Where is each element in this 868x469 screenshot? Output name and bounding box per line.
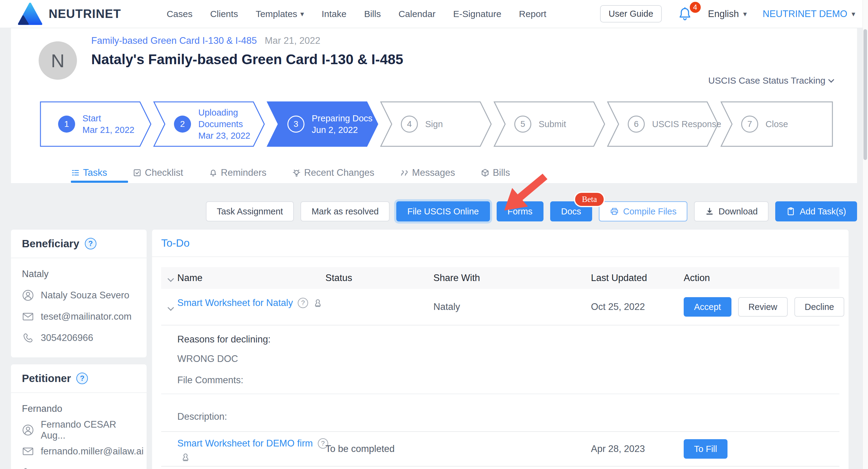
status-value: To be completed <box>326 443 395 455</box>
chevron-down-icon: ▾ <box>300 10 304 18</box>
tab-recent-changes[interactable]: Recent Changes <box>292 167 374 178</box>
nav-cases[interactable]: Cases <box>167 9 192 19</box>
uscis-tracking-dropdown[interactable]: USCIS Case Status Tracking <box>708 75 833 86</box>
step-number: 1 <box>58 116 75 133</box>
download-label: Download <box>718 207 757 217</box>
step-label: Submit <box>538 118 566 130</box>
tab-label: Checklist <box>145 167 183 178</box>
collapse-all-chevron[interactable] <box>168 273 173 283</box>
task-assignment-button[interactable]: Task Assignment <box>206 201 294 221</box>
tab-bills[interactable]: Bills <box>480 167 510 178</box>
question-icon[interactable]: ? <box>298 298 308 308</box>
clipboard-icon <box>786 207 795 216</box>
compile-files-button[interactable]: Compile Files <box>599 201 688 221</box>
tab-reminders[interactable]: Reminders <box>209 167 267 178</box>
neutrinet-logo-icon <box>18 3 42 25</box>
brand-logo[interactable]: NEUTRINET <box>18 3 121 25</box>
forms-button[interactable]: Forms <box>497 201 544 221</box>
accept-button[interactable]: Accept <box>684 297 732 317</box>
worksheet-demo-firm-link[interactable]: Smart Worksheet for DEMO firm ? <box>177 438 328 449</box>
chevron-down-icon: ▾ <box>743 10 747 18</box>
petitioner-phone-row: 198720984 <box>22 466 136 469</box>
tab-messages[interactable]: Messages <box>400 167 455 178</box>
account-dropdown[interactable]: NEUTRINET DEMO ▾ <box>763 8 856 20</box>
breadcrumb: Family-based Green Card I-130 & I-485 Ma… <box>91 35 320 46</box>
share-person-icon[interactable] <box>313 298 323 308</box>
nav-templates[interactable]: Templates▾ <box>256 9 304 19</box>
breadcrumb-case-type-link[interactable]: Family-based Green Card I-130 & I-485 <box>91 35 257 46</box>
nav-report[interactable]: Report <box>519 9 546 19</box>
scrollbar-track[interactable] <box>863 0 868 469</box>
step-number: 5 <box>514 116 531 133</box>
decline-button[interactable]: Decline <box>795 297 845 317</box>
main-nav: Cases Clients Templates▾ Intake Bills Ca… <box>167 9 547 19</box>
add-tasks-label: Add Task(s) <box>800 207 846 217</box>
tab-checklist[interactable]: Checklist <box>133 167 183 178</box>
download-icon <box>705 207 714 216</box>
download-button[interactable]: Download <box>694 201 769 221</box>
step-sign[interactable]: 4 Sign <box>401 101 494 147</box>
user-guide-button[interactable]: User Guide <box>600 5 662 23</box>
nav-calendar[interactable]: Calendar <box>398 9 436 19</box>
worksheet-name: Smart Worksheet for DEMO firm <box>177 438 313 449</box>
petitioner-name: Fernando <box>22 402 136 415</box>
chevron-down-icon <box>828 76 834 83</box>
step-label: Preparing Docs <box>312 113 373 124</box>
nav-esignature[interactable]: E-Signature <box>453 9 501 19</box>
notification-count-badge: 4 <box>688 1 702 14</box>
column-action: Action <box>684 273 710 283</box>
language-dropdown[interactable]: English ▾ <box>708 8 747 20</box>
step-number: 7 <box>741 116 758 133</box>
help-icon[interactable]: ? <box>76 373 88 384</box>
case-tabs: Tasks Checklist Reminders Recent Changes… <box>71 164 510 181</box>
petitioner-phone: 198720984 <box>41 467 88 469</box>
tab-label: Bills <box>493 167 510 178</box>
tab-label: Tasks <box>83 167 107 178</box>
scrollbar-thumb[interactable] <box>863 29 867 160</box>
nav-clients[interactable]: Clients <box>210 9 238 19</box>
printer-icon <box>610 207 619 216</box>
to-fill-button[interactable]: To Fill <box>684 439 727 459</box>
nav-intake[interactable]: Intake <box>321 9 346 19</box>
step-close[interactable]: 7 Close <box>741 101 834 147</box>
step-preparing-docs[interactable]: 3 Preparing Docs Jun 2, 2022 <box>287 101 380 147</box>
petitioner-email-row: fernando.miller@ailaw.ai <box>22 445 136 458</box>
beneficiary-full-name-row: Nataly Souza Severo <box>22 289 136 302</box>
step-label: Uploading Documents <box>198 107 253 130</box>
nav-bills[interactable]: Bills <box>364 9 381 19</box>
decline-reason-value: WRONG DOC <box>177 353 238 364</box>
share-person-icon[interactable] <box>181 452 190 462</box>
step-date: Jun 2, 2022 <box>312 124 373 136</box>
lightbulb-icon <box>292 168 301 177</box>
chevron-down-icon: ▾ <box>851 10 855 18</box>
account-label: NEUTRINET DEMO <box>763 8 847 20</box>
beneficiary-card: Beneficiary ? Nataly Nataly Souza Severo… <box>11 230 147 357</box>
worksheet-nataly-link[interactable]: Smart Worksheet for Nataly ? <box>177 298 323 308</box>
file-uscis-online-button[interactable]: File USCIS Online <box>396 201 490 221</box>
share-with-value: Nataly <box>433 302 460 312</box>
row-expand-chevron[interactable] <box>168 302 173 312</box>
add-tasks-button[interactable]: Add Task(s) <box>775 201 857 221</box>
docs-button[interactable]: Docs Beta <box>550 201 592 221</box>
beneficiary-full-name: Nataly Souza Severo <box>41 290 129 301</box>
last-updated-value: Apr 28, 2023 <box>591 443 645 455</box>
case-created-date: Mar 21, 2022 <box>265 35 320 46</box>
phone-icon <box>22 332 34 344</box>
notifications-bell[interactable]: 4 <box>678 6 692 22</box>
step-uscis-response[interactable]: 6 USCIS Response <box>628 101 721 147</box>
todo-panel: To-Do Name Status Share With Last Update… <box>152 230 848 469</box>
step-uploading-documents[interactable]: 2 Uploading Documents Mar 23, 2022 <box>174 101 267 147</box>
column-last-updated: Last Updated <box>591 273 647 283</box>
step-start[interactable]: 1 Start Mar 21, 2022 <box>58 101 151 147</box>
petitioner-full-name-row: Fernando CESAR Aug... <box>22 424 136 437</box>
mark-as-resolved-button[interactable]: Mark as resolved <box>301 201 390 221</box>
tab-tasks[interactable]: Tasks <box>71 167 107 178</box>
beneficiary-phone: 3054206966 <box>41 333 93 343</box>
step-submit[interactable]: 5 Submit <box>514 101 607 147</box>
mail-icon <box>22 445 34 458</box>
review-button[interactable]: Review <box>738 297 788 317</box>
step-number: 6 <box>628 116 645 133</box>
help-icon[interactable]: ? <box>85 238 96 249</box>
case-avatar: N <box>39 41 77 80</box>
table-row: Smart Worksheet for Nataly ? Nataly Oct … <box>161 289 839 325</box>
